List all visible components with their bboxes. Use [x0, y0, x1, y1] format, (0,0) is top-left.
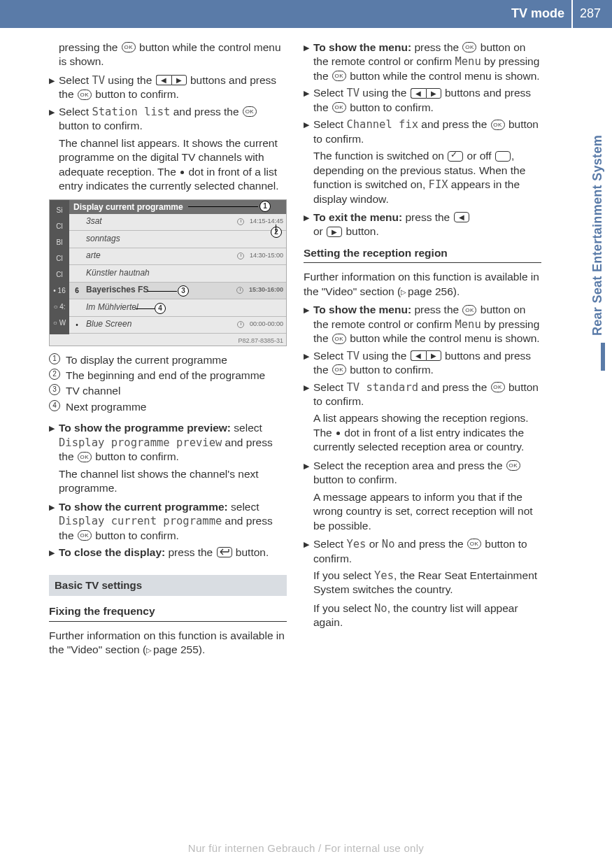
callout-legend: 1To display the current programme 2The b…	[49, 353, 287, 415]
callout-4: 4	[155, 303, 166, 314]
ok-button-icon: OK	[462, 305, 476, 315]
page-header: TV mode 287	[0, 0, 612, 28]
reception-region-note: Further information on this function is …	[304, 270, 541, 299]
intro-text: pressing the OK button while the control…	[49, 41, 287, 69]
side-tab-label: Rear Seat Entertainment System	[590, 135, 606, 336]
left-column: pressing the OK button while the control…	[49, 38, 287, 662]
screenshot-list-row: Im Mühlviertel	[69, 299, 286, 317]
left-arrow-icon: ◀	[454, 212, 469, 222]
step-select-tv: ▶ Select TV using the ◀▶ buttons and pre…	[49, 73, 287, 102]
left-right-arrows-icon: ◀▶	[411, 350, 441, 361]
step-exit-menu: ▶ To exit the menu: press the ◀ or ▶ but…	[304, 211, 541, 239]
right-arrow-icon: ▶	[327, 227, 342, 237]
ok-button-icon: OK	[332, 364, 346, 375]
left-right-arrows-icon: ◀▶	[156, 75, 187, 85]
fixing-frequency-note: Further information on this function is …	[49, 629, 287, 657]
checkbox-on-icon	[448, 151, 463, 162]
step-close-display: ▶ To close the display: press the but­to…	[49, 546, 287, 560]
ok-button-icon: OK	[462, 42, 476, 52]
step-yes-no: ▶ Select Yes or No and press the OK butt…	[304, 537, 541, 566]
step-select-tv-3: ▶ Select TV using the ◀▶ buttons and pre…	[304, 349, 541, 378]
step-show-current: ▶ To show the current programme: select …	[49, 500, 287, 543]
back-button-icon	[217, 547, 232, 557]
screenshot-list-row: sonntags	[69, 231, 286, 248]
screenshot-ref: P82.87-8385-31	[238, 337, 283, 346]
ok-button-icon: OK	[506, 460, 520, 471]
ok-button-icon: OK	[491, 120, 505, 130]
step-select-reception-area: ▶ Select the reception area and press th…	[304, 459, 541, 488]
dot-icon	[336, 432, 340, 435]
ok-button-icon: OK	[78, 452, 92, 462]
subheading-reception-region: Setting the reception region	[304, 246, 541, 263]
ok-button-icon: OK	[243, 106, 257, 117]
left-right-arrows-icon: ◀▶	[411, 88, 441, 99]
screenshot-list-row: arte14:30-15:00	[69, 248, 286, 266]
screenshot-list-row: Künstler hautnah	[69, 265, 286, 283]
callout-2: 2	[271, 227, 282, 238]
step-show-preview: ▶ To show the programme preview: select …	[49, 421, 287, 464]
channel-list-screenshot: Si Cl Bl Cl Cl • 16 ○ 4: ○ W Display cur…	[49, 199, 287, 346]
callout-3: 3	[178, 285, 189, 297]
step-station-list: ▶ Select Station list and press the OK b…	[49, 105, 287, 134]
step-tv-standard: ▶ Select TV standard and press the OK bu…	[304, 380, 541, 409]
station-list-result: The channel list appears. It shows the c…	[49, 136, 287, 194]
step-show-menu-1: ▶ To show the menu: press the OK button …	[304, 41, 541, 83]
ok-button-icon: OK	[332, 102, 346, 113]
header-title: TV mode	[511, 0, 573, 28]
step-channel-fix: ▶ Select Channel fix and press the OK bu…	[304, 118, 541, 146]
tv-standard-result: A list appears showing the reception reg…	[304, 411, 541, 454]
ok-button-icon: OK	[467, 539, 481, 549]
ok-button-icon: OK	[491, 382, 505, 392]
section-basic-tv-settings: Basic TV settings	[49, 575, 287, 596]
callout-1: 1	[259, 201, 271, 212]
ok-button-icon: OK	[78, 90, 92, 100]
subheading-fixing-frequency: Fixing the frequency	[49, 604, 287, 621]
page-number: 287	[573, 6, 601, 22]
watermark-footer: Nur für internen Gebrauch / For internal…	[0, 841, 612, 855]
step-show-menu-2: ▶ To show the menu: press the OK button …	[304, 303, 541, 346]
right-column: ▶ To show the menu: press the OK button …	[304, 38, 541, 662]
screenshot-left-strip: Si Cl Bl Cl Cl • 16 ○ 4: ○ W	[50, 200, 69, 334]
screenshot-list-row: •Blue Screen00:00-00:00	[69, 317, 286, 334]
dot-icon	[180, 171, 184, 174]
section-side-tab: Rear Seat Entertainment System	[588, 70, 605, 371]
ok-button-icon: OK	[332, 71, 346, 81]
ok-button-icon: OK	[122, 42, 136, 52]
ok-button-icon: OK	[78, 530, 92, 541]
step-select-tv-2: ▶ Select TV using the ◀▶ buttons and pre…	[304, 86, 541, 115]
channel-fix-result: The function is switched on or off , dep…	[304, 149, 541, 206]
screenshot-list-row: 3sat14:15-14:45	[69, 214, 286, 232]
yes-result: If you select Yes, the Rear Seat Enterta…	[304, 569, 541, 597]
ok-button-icon: OK	[332, 334, 346, 344]
checkbox-off-icon	[495, 151, 511, 162]
no-result: If you select No, the country list will …	[304, 602, 541, 630]
